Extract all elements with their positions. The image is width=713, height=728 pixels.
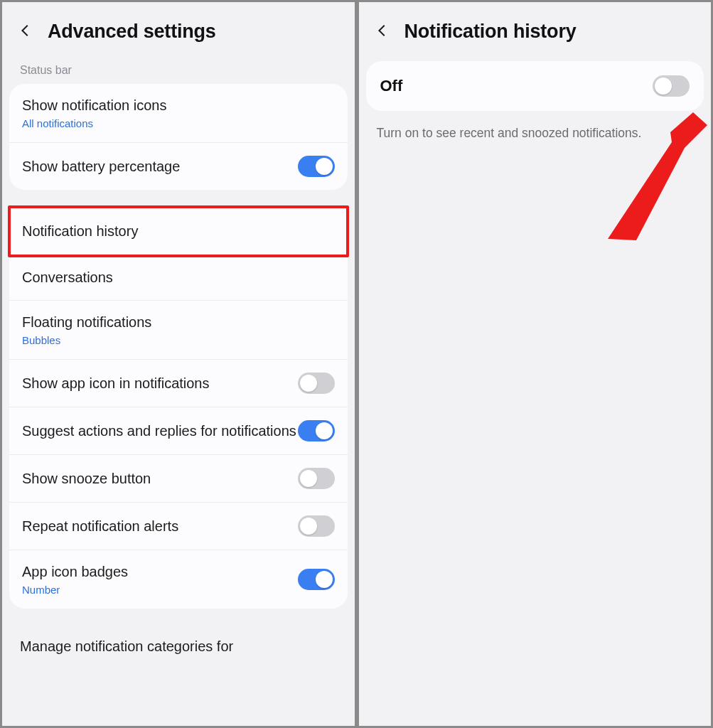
history-hint-text: Turn on to see recent and snoozed notifi… xyxy=(359,121,712,146)
row-title: Show app icon in notifications xyxy=(22,375,298,392)
row-app-icon-badges[interactable]: App icon badges Number xyxy=(9,550,348,609)
row-subtitle: All notifications xyxy=(22,117,335,129)
row-title: Suggest actions and replies for notifica… xyxy=(22,422,298,440)
header: Notification history xyxy=(359,2,712,58)
toggle-suggest-actions[interactable] xyxy=(298,420,335,441)
row-title: Show snooze button xyxy=(22,470,298,488)
toggle-notification-history[interactable] xyxy=(653,75,690,97)
row-floating-notifications[interactable]: Floating notifications Bubbles xyxy=(9,300,348,359)
toggle-repeat-alerts[interactable] xyxy=(298,515,335,537)
row-title: Conversations xyxy=(22,269,335,287)
row-title: Notification history xyxy=(22,223,335,240)
row-suggest-actions[interactable]: Suggest actions and replies for notifica… xyxy=(9,407,348,454)
row-notification-history[interactable]: Notification history xyxy=(11,208,346,255)
row-show-notification-icons[interactable]: Show notification icons All notification… xyxy=(9,84,348,142)
header: Advanced settings xyxy=(2,2,355,58)
section-label-status-bar: Status bar xyxy=(2,58,355,84)
notifications-card: Conversations Floating notifications Bub… xyxy=(9,255,348,609)
row-show-app-icon[interactable]: Show app icon in notifications xyxy=(9,359,348,407)
row-title: Show notification icons xyxy=(22,97,335,114)
highlight-notification-history: Notification history xyxy=(8,205,349,257)
notification-history-screen: Notification history Off Turn on to see … xyxy=(357,0,714,728)
page-title: Advanced settings xyxy=(48,21,216,43)
row-subtitle: Bubbles xyxy=(22,334,335,346)
back-icon[interactable] xyxy=(18,23,33,41)
row-repeat-alerts[interactable]: Repeat notification alerts xyxy=(9,502,348,550)
back-icon[interactable] xyxy=(375,23,390,41)
toggle-battery-percentage[interactable] xyxy=(298,156,335,177)
history-toggle-card: Off xyxy=(366,61,704,111)
toggle-app-icon[interactable] xyxy=(298,373,335,394)
row-title: Show battery percentage xyxy=(22,158,298,176)
row-show-snooze-button[interactable]: Show snooze button xyxy=(9,454,348,502)
row-title: App icon badges xyxy=(22,563,298,581)
history-state-label: Off xyxy=(380,77,653,95)
row-cutoff-text: Manage notification categories for xyxy=(2,624,355,655)
row-title: Repeat notification alerts xyxy=(22,518,298,535)
row-subtitle: Number xyxy=(22,584,298,596)
toggle-snooze[interactable] xyxy=(298,468,335,489)
row-title: Floating notifications xyxy=(22,314,335,331)
toggle-app-icon-badges[interactable] xyxy=(298,569,335,590)
status-bar-card: Show notification icons All notification… xyxy=(9,84,348,190)
row-show-battery-percentage[interactable]: Show battery percentage xyxy=(9,142,348,190)
page-title: Notification history xyxy=(404,21,577,43)
advanced-settings-screen: Advanced settings Status bar Show notifi… xyxy=(0,0,357,728)
row-conversations[interactable]: Conversations xyxy=(9,255,348,300)
